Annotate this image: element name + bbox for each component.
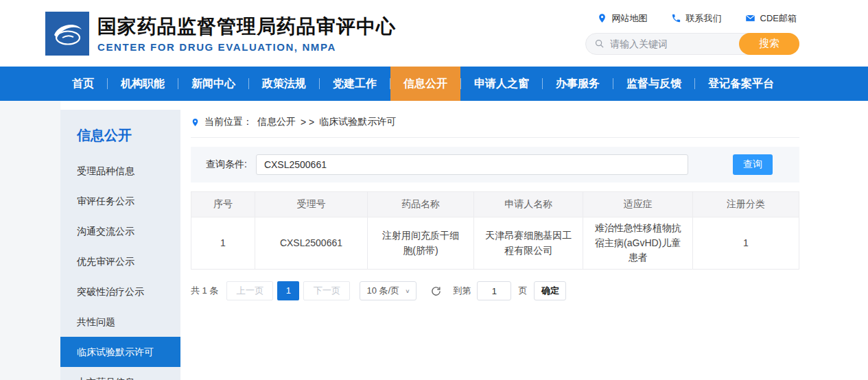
location-pin-icon	[597, 13, 607, 23]
col-header-indication: 适应症	[583, 192, 692, 217]
breadcrumb-section[interactable]: 信息公开	[257, 116, 296, 128]
goto-page-suffix: 页	[518, 285, 527, 297]
col-header-drug-name: 药品名称	[367, 192, 473, 217]
breadcrumb: 当前位置： 信息公开 > > 临床试验默示许可	[191, 110, 799, 138]
contact-link[interactable]: 联系我们	[671, 12, 722, 25]
sidebar-item-breakthrough-therapy[interactable]: 突破性治疗公示	[60, 276, 180, 307]
search-bar: 搜索	[585, 33, 799, 55]
site-header: 国家药品监督管理局药品审评中心 CENTER FOR DRUG EVALUATI…	[0, 0, 868, 67]
main-panel: 当前位置： 信息公开 > > 临床试验默示许可 查询条件: 查询 序号 受理号 …	[180, 101, 868, 380]
cde-logo-icon	[45, 12, 89, 56]
pagination: 共 1 条 上一页 1 下一页 10 条/页 ∨ 到第 页 确定	[191, 281, 799, 300]
sidebar-title: 信息公开	[60, 110, 180, 156]
cell-acceptance-no: CXSL2500661	[255, 217, 368, 270]
query-bar: 查询条件: 查询	[191, 147, 799, 182]
cell-applicant: 天津昂赛细胞基因工程有限公司	[473, 217, 583, 270]
sidebar-item-priority-review[interactable]: 优先审评公示	[60, 246, 180, 276]
nav-item-supervision-feedback[interactable]: 监督与反馈	[613, 67, 694, 101]
nav-item-info-disclosure[interactable]: 信息公开	[390, 67, 460, 101]
search-icon	[594, 38, 605, 49]
site-subtitle: CENTER FOR DRUG EVALUATION, NMPA	[97, 41, 396, 53]
next-page-button[interactable]: 下一页	[303, 281, 350, 300]
content-area: 信息公开 受理品种信息 审评任务公示 沟通交流公示 优先审评公示 突破性治疗公示…	[0, 101, 868, 380]
nav-item-home[interactable]: 首页	[59, 67, 107, 101]
query-button[interactable]: 查询	[733, 154, 773, 175]
cell-indication: 难治性急性移植物抗宿主病(aGvHD)儿童患者	[583, 217, 692, 270]
nav-item-functions[interactable]: 机构职能	[108, 67, 178, 101]
breadcrumb-prefix: 当前位置：	[204, 116, 253, 128]
sidebar-item-review-tasks[interactable]: 审评任务公示	[60, 186, 180, 216]
col-header-registration-class: 注册分类	[692, 192, 799, 217]
contact-label: 联系我们	[686, 12, 722, 25]
sidebar-column: 信息公开 受理品种信息 审评任务公示 沟通交流公示 优先审评公示 突破性治疗公示…	[60, 101, 180, 380]
table-header-row: 序号 受理号 药品名称 申请人名称 适应症 注册分类	[191, 192, 799, 217]
phone-icon	[671, 13, 681, 23]
page-size-select[interactable]: 10 条/页 ∨	[360, 281, 417, 300]
sidebar-item-marketed-drugs[interactable]: 上市药品信息	[60, 367, 180, 380]
chevron-down-icon: ∨	[405, 288, 410, 294]
page-number-1[interactable]: 1	[277, 281, 299, 300]
nav-item-registration-platform[interactable]: 登记备案平台	[695, 67, 787, 101]
cell-seq: 1	[191, 217, 255, 270]
cde-mail-label: CDE邮箱	[760, 12, 797, 25]
mail-icon	[745, 13, 755, 23]
goto-page-label: 到第	[453, 285, 471, 297]
sidebar-item-accepted-varieties[interactable]: 受理品种信息	[60, 156, 180, 186]
main-nav: 首页 机构职能 新闻中心 政策法规 党建工作 信息公开 申请人之窗 办事服务 监…	[0, 67, 868, 101]
sidebar-item-clinical-trial-implied-license[interactable]: 临床试验默示许可	[60, 337, 180, 367]
refresh-icon[interactable]	[430, 285, 442, 297]
col-header-applicant: 申请人名称	[473, 192, 583, 217]
sitemap-label: 网站地图	[612, 12, 648, 25]
nav-item-services[interactable]: 办事服务	[543, 67, 613, 101]
goto-confirm-button[interactable]: 确定	[534, 281, 566, 300]
location-pin-icon	[191, 117, 200, 128]
cell-registration-class: 1	[692, 217, 799, 270]
nav-item-applicant-window[interactable]: 申请人之窗	[461, 67, 542, 101]
header-right: 网站地图 联系我们 CDE邮箱 搜索	[585, 12, 799, 55]
page-size-value: 10 条/页	[366, 285, 399, 297]
query-label: 查询条件:	[206, 158, 247, 171]
results-table: 序号 受理号 药品名称 申请人名称 适应症 注册分类 1 CXSL2500661…	[191, 191, 799, 270]
nav-item-party-building[interactable]: 党建工作	[320, 67, 390, 101]
cell-drug-name: 注射用间充质干细胞(脐带)	[367, 217, 473, 270]
breadcrumb-separator: > >	[301, 117, 314, 128]
breadcrumb-current: 临床试验默示许可	[319, 116, 396, 128]
brand: 国家药品监督管理局药品审评中心 CENTER FOR DRUG EVALUATI…	[45, 12, 396, 56]
brand-text: 国家药品监督管理局药品审评中心 CENTER FOR DRUG EVALUATI…	[97, 14, 396, 53]
pagination-total: 共 1 条	[191, 285, 218, 297]
quick-links: 网站地图 联系我们 CDE邮箱	[597, 12, 797, 25]
col-header-acceptance-no: 受理号	[255, 192, 368, 217]
goto-page-input[interactable]	[477, 281, 511, 300]
left-gutter	[0, 101, 60, 380]
prev-page-button[interactable]: 上一页	[226, 281, 273, 300]
sidebar-item-common-issues[interactable]: 共性问题	[60, 307, 180, 337]
table-row: 1 CXSL2500661 注射用间充质干细胞(脐带) 天津昂赛细胞基因工程有限…	[191, 217, 799, 270]
nav-item-policies[interactable]: 政策法规	[249, 67, 319, 101]
nav-item-news[interactable]: 新闻中心	[178, 67, 248, 101]
query-input[interactable]	[256, 154, 688, 175]
sitemap-link[interactable]: 网站地图	[597, 12, 648, 25]
sidebar-item-communication[interactable]: 沟通交流公示	[60, 216, 180, 246]
cde-mail-link[interactable]: CDE邮箱	[745, 12, 797, 25]
site-search-button[interactable]: 搜索	[739, 33, 799, 55]
sidebar: 信息公开 受理品种信息 审评任务公示 沟通交流公示 优先审评公示 突破性治疗公示…	[60, 110, 180, 380]
site-title: 国家药品监督管理局药品审评中心	[97, 14, 396, 38]
col-header-seq: 序号	[191, 192, 255, 217]
